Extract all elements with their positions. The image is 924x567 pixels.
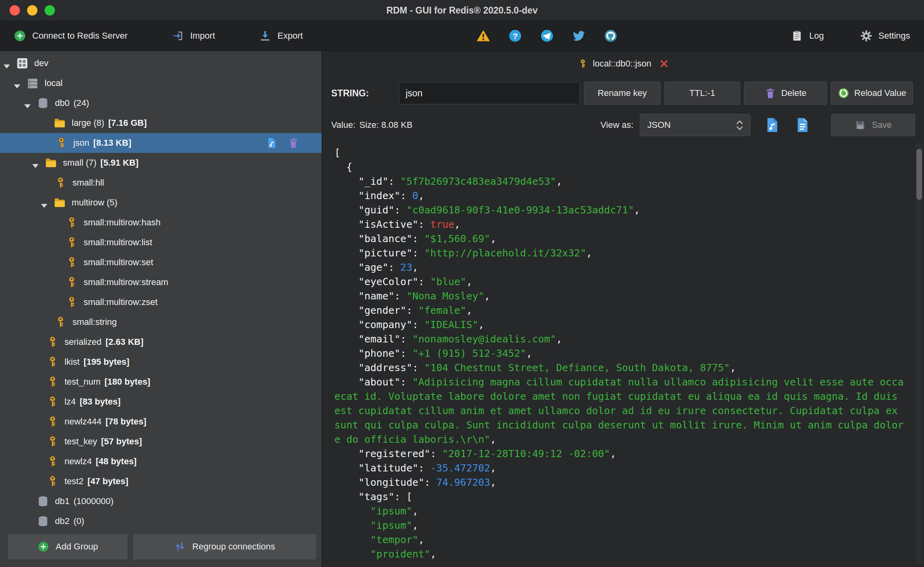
- tree-item-small-multirow-stream[interactable]: small:multirow:stream: [0, 272, 322, 292]
- delete-key-icon[interactable]: [287, 137, 299, 149]
- save-button[interactable]: Save: [831, 114, 915, 136]
- key-size-badge: [48 bytes]: [96, 456, 137, 467]
- key-icon: [578, 59, 588, 69]
- tree-item-dev[interactable]: dev: [0, 53, 322, 73]
- tab-local-db0-json[interactable]: local::db0::json: [578, 59, 669, 69]
- key-tree: devlocaldb0(24)large (8)[7.16 GB]json[8.…: [0, 51, 322, 526]
- key-size-badge: [2.63 KB]: [105, 337, 143, 347]
- json-line: "ipsum",: [334, 518, 906, 533]
- tree-item-label: test_key: [64, 436, 97, 447]
- tree-item-lz4[interactable]: lz4[83 bytes]: [0, 392, 322, 412]
- reload-label: Reload Value: [854, 88, 906, 98]
- tree-item-small-hll[interactable]: small:hll: [0, 173, 322, 193]
- tree-item-test-key[interactable]: test_key[57 bytes]: [0, 432, 322, 452]
- view-as-label: View as:: [600, 120, 633, 130]
- tree-item-small-multirow-list[interactable]: small:multirow:list: [0, 233, 322, 252]
- tree-item-newlz444[interactable]: newlz444[78 bytes]: [0, 412, 322, 432]
- expander-arrow-icon[interactable]: [32, 160, 39, 165]
- tree-item-small-multirow-zset[interactable]: small:multirow:zset: [0, 292, 322, 312]
- close-window-button[interactable]: [10, 5, 20, 16]
- tree-item-json[interactable]: json[8.13 KB]: [0, 133, 322, 153]
- log-icon: [791, 29, 803, 42]
- key-size-badge: [5.91 KB]: [100, 158, 138, 168]
- save-label: Save: [872, 120, 892, 130]
- tree-item-db0[interactable]: db0(24): [0, 93, 322, 113]
- tree-item-db2[interactable]: db2(0): [0, 511, 322, 526]
- window-title: RDM - GUI for Redis® 2020.5.0-dev: [0, 5, 924, 16]
- warning-icon[interactable]: [476, 29, 490, 43]
- tree-item-small-7[interactable]: small (7)[5.91 KB]: [0, 153, 322, 173]
- minimize-window-button[interactable]: [27, 5, 37, 16]
- tree-item-serialized[interactable]: serialized[2.63 KB]: [0, 332, 322, 352]
- tree-item-large-8[interactable]: large (8)[7.16 GB]: [0, 113, 322, 133]
- connection-icon: [16, 57, 29, 70]
- key-size-badge: [180 bytes]: [105, 377, 150, 387]
- expander-arrow-icon[interactable]: [24, 101, 31, 106]
- tree-item-small-multirow-set[interactable]: small:multirow:set: [0, 252, 322, 272]
- help-icon[interactable]: ?: [508, 29, 522, 43]
- expander-arrow-icon[interactable]: [14, 81, 21, 86]
- tree-item-small-multirow-hash[interactable]: small:multirow:hash: [0, 213, 322, 233]
- json-line: "proident",: [334, 547, 906, 561]
- zoom-window-button[interactable]: [45, 5, 55, 16]
- tree-item-local[interactable]: local: [0, 73, 322, 93]
- json-line: "phone": "+1 (915) 512-3452",: [334, 346, 906, 361]
- import-button[interactable]: Import: [172, 29, 215, 42]
- view-as-select[interactable]: JSON: [640, 114, 750, 136]
- delete-key-button[interactable]: Delete: [744, 82, 827, 105]
- rename-key-button[interactable]: Rename key: [584, 82, 660, 105]
- twitter-icon[interactable]: [572, 29, 586, 43]
- key-icon: [46, 336, 59, 348]
- tree-item-test2[interactable]: test2[47 bytes]: [0, 471, 322, 491]
- connect-to-server-button[interactable]: Connect to Redis Server: [14, 29, 128, 42]
- tree-item-lkist[interactable]: lkist[195 bytes]: [0, 352, 322, 372]
- tree-item-multirow-5[interactable]: multirow (5): [0, 193, 322, 213]
- tree-item-label: local: [45, 78, 63, 88]
- export-icon: [259, 29, 272, 42]
- telegram-icon[interactable]: [540, 29, 554, 43]
- value-label: Value:: [331, 120, 356, 130]
- settings-button[interactable]: Settings: [860, 29, 910, 42]
- log-button[interactable]: Log: [791, 29, 824, 42]
- open-value-in-editor-button[interactable]: [764, 117, 781, 133]
- sidebar-bottom-bar: Add Group Regroup connections: [0, 526, 322, 567]
- key-count: (0): [74, 516, 84, 526]
- add-group-button[interactable]: Add Group: [8, 534, 127, 559]
- tree-item-test-num[interactable]: test_num[180 bytes]: [0, 372, 322, 392]
- export-button[interactable]: Export: [259, 29, 303, 42]
- window-controls: [0, 5, 55, 16]
- tree-item-label: newlz444: [64, 416, 102, 427]
- tree-item-db1[interactable]: db1(1000000): [0, 491, 322, 511]
- github-icon[interactable]: [604, 29, 618, 43]
- save-icon: [854, 119, 866, 131]
- json-line: "ipsum",: [334, 504, 906, 518]
- json-line: "registered": "2017-12-28T10:49:12 -02:0…: [334, 447, 906, 461]
- view-document-button[interactable]: [794, 117, 811, 133]
- key-size-badge: [7.16 GB]: [108, 118, 147, 128]
- expander-arrow-icon[interactable]: [41, 200, 48, 205]
- ttl-button[interactable]: TTL:-1: [664, 82, 740, 105]
- database-icon: [37, 515, 49, 526]
- close-tab-icon[interactable]: [659, 59, 669, 68]
- scrollbar-thumb[interactable]: [916, 149, 922, 200]
- key-name-input[interactable]: [399, 82, 580, 104]
- json-line: "picture": "http://placehold.it/32x32",: [334, 246, 906, 260]
- folder-icon: [53, 196, 66, 209]
- tree-item-label: large (8): [72, 118, 104, 128]
- key-size-badge: [47 bytes]: [88, 476, 129, 487]
- key-icon: [65, 216, 78, 229]
- tree-item-small-string[interactable]: small:string: [0, 312, 322, 332]
- server-icon: [26, 77, 39, 90]
- expander-arrow-icon[interactable]: [3, 61, 10, 66]
- tree-item-label: small:string: [72, 317, 117, 327]
- value-bar: Value: Size: 8.08 KB View as: JSON Save: [322, 110, 924, 140]
- toolbar-left-group: Connect to Redis Server Import Export: [0, 29, 303, 42]
- view-as-value: JSON: [640, 120, 732, 130]
- edit-key-icon[interactable]: [266, 137, 278, 149]
- regroup-connections-button[interactable]: Regroup connections: [133, 534, 316, 559]
- key-count: (24): [74, 98, 89, 108]
- folder-icon: [53, 117, 66, 129]
- tree-item-newlz4[interactable]: newlz4[48 bytes]: [0, 452, 322, 471]
- reload-value-button[interactable]: Reload Value: [831, 82, 913, 105]
- json-line: "latitude": -35.472702,: [334, 461, 906, 475]
